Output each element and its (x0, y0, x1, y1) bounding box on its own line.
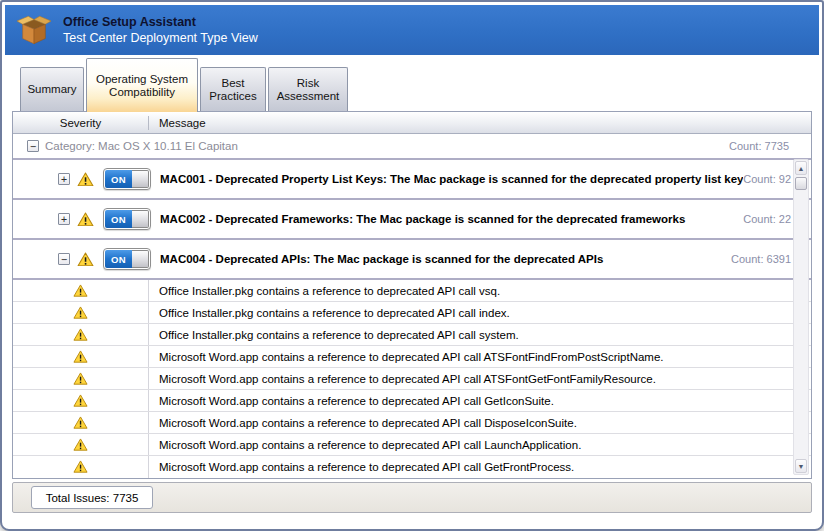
tab-summary[interactable]: Summary (20, 67, 84, 111)
issue-severity-cell (13, 324, 149, 345)
scrollbar-thumb[interactable] (795, 177, 807, 190)
issue-severity-cell (13, 346, 149, 367)
issue-row[interactable]: Microsoft Word.app contains a reference … (13, 368, 811, 390)
issue-message: Office Installer.pkg contains a referenc… (149, 329, 519, 341)
rule-title: MAC004 - Deprecated APIs: The Mac packag… (160, 253, 731, 265)
column-header-row: Severity Message (13, 112, 811, 134)
category-label: Category: Mac OS X 10.11 El Capitan (45, 140, 729, 152)
warning-icon (73, 460, 88, 473)
issue-row[interactable]: Office Installer.pkg contains a referenc… (13, 324, 811, 346)
issue-message: Office Installer.pkg contains a referenc… (149, 307, 510, 319)
package-icon (17, 15, 51, 45)
rule-on-off-toggle[interactable]: ON (103, 248, 151, 270)
column-header-severity[interactable]: Severity (13, 116, 149, 130)
warning-icon (73, 372, 88, 385)
rule-row[interactable]: +ONMAC001 - Deprecated Property List Key… (13, 160, 811, 200)
warning-icon (73, 394, 88, 407)
column-header-message[interactable]: Message (149, 117, 206, 129)
toggle-knob[interactable] (132, 210, 149, 228)
issue-row[interactable]: Microsoft Word.app contains a reference … (13, 346, 811, 368)
app-subtitle: Test Center Deployment Type View (63, 30, 258, 46)
status-bar: Total Issues: 7735 (12, 482, 812, 513)
issue-severity-cell (13, 280, 149, 301)
issue-message: Microsoft Word.app contains a reference … (149, 395, 554, 407)
category-row[interactable]: − Category: Mac OS X 10.11 El Capitan Co… (13, 134, 811, 160)
rule-row[interactable]: +ONMAC002 - Deprecated Frameworks: The M… (13, 200, 811, 240)
warning-icon (73, 306, 88, 319)
vertical-scrollbar[interactable]: ▲ ▼ (793, 159, 809, 475)
app-title: Office Setup Assistant (63, 14, 258, 30)
warning-icon (77, 252, 94, 267)
expand-icon[interactable]: + (58, 213, 70, 225)
warning-icon (73, 328, 88, 341)
tab-strip: Summary Operating System Compatibility B… (12, 55, 812, 111)
issue-row[interactable]: Microsoft Word.app contains a reference … (13, 434, 811, 456)
issue-message: Microsoft Word.app contains a reference … (149, 461, 574, 473)
issue-severity-cell (13, 302, 149, 323)
expand-icon[interactable]: + (58, 173, 70, 185)
category-count: Count: 7735 (729, 140, 811, 152)
issue-row[interactable]: Microsoft Word.app contains a reference … (13, 412, 811, 434)
issue-row[interactable]: Office Installer.pkg contains a referenc… (13, 280, 811, 302)
issue-row[interactable]: Office Installer.pkg contains a referenc… (13, 302, 811, 324)
issue-severity-cell (13, 456, 149, 478)
issues-container: Office Installer.pkg contains a referenc… (13, 280, 811, 478)
toggle-knob[interactable] (132, 250, 149, 268)
rule-on-off-toggle[interactable]: ON (103, 208, 151, 230)
issue-severity-cell (13, 434, 149, 455)
toggle-knob[interactable] (132, 170, 149, 188)
scroll-down-icon[interactable]: ▼ (795, 459, 807, 473)
warning-icon (73, 416, 88, 429)
issue-row[interactable]: Microsoft Word.app contains a reference … (13, 456, 811, 478)
issue-severity-cell (13, 390, 149, 411)
rule-on-off-toggle[interactable]: ON (103, 168, 151, 190)
warning-icon (77, 172, 94, 187)
collapse-icon[interactable]: − (58, 253, 70, 265)
issue-message: Microsoft Word.app contains a reference … (149, 351, 664, 363)
rule-title: MAC002 - Deprecated Frameworks: The Mac … (160, 213, 743, 225)
tab-operating-system-compatibility[interactable]: Operating System Compatibility (86, 58, 198, 112)
issue-message: Microsoft Word.app contains a reference … (149, 439, 581, 451)
toggle-on-label: ON (105, 210, 132, 228)
toggle-on-label: ON (105, 250, 132, 268)
total-issues-badge: Total Issues: 7735 (31, 486, 153, 509)
results-panel: Severity Message − Category: Mac OS X 10… (12, 111, 812, 479)
tab-best-practices[interactable]: Best Practices (200, 67, 266, 111)
warning-icon (77, 212, 94, 227)
scroll-up-icon[interactable]: ▲ (795, 161, 807, 175)
warning-icon (73, 284, 88, 297)
tab-risk-assessment[interactable]: Risk Assessment (268, 67, 348, 111)
results-list: − Category: Mac OS X 10.11 El Capitan Co… (13, 134, 811, 478)
issue-message: Microsoft Word.app contains a reference … (149, 373, 656, 385)
app-window: Office Setup Assistant Test Center Deplo… (0, 0, 824, 531)
issue-severity-cell (13, 368, 149, 389)
issue-message: Microsoft Word.app contains a reference … (149, 417, 577, 429)
toggle-on-label: ON (105, 170, 132, 188)
rules-container: +ONMAC001 - Deprecated Property List Key… (13, 160, 811, 280)
rule-row[interactable]: −ONMAC004 - Deprecated APIs: The Mac pac… (13, 240, 811, 280)
title-bar: Office Setup Assistant Test Center Deplo… (5, 5, 819, 55)
collapse-icon[interactable]: − (27, 140, 39, 152)
issue-row[interactable]: Microsoft Word.app contains a reference … (13, 390, 811, 412)
warning-icon (73, 438, 88, 451)
issue-message: Office Installer.pkg contains a referenc… (149, 285, 500, 297)
rule-title: MAC001 - Deprecated Property List Keys: … (160, 173, 743, 185)
warning-icon (73, 350, 88, 363)
issue-severity-cell (13, 412, 149, 433)
